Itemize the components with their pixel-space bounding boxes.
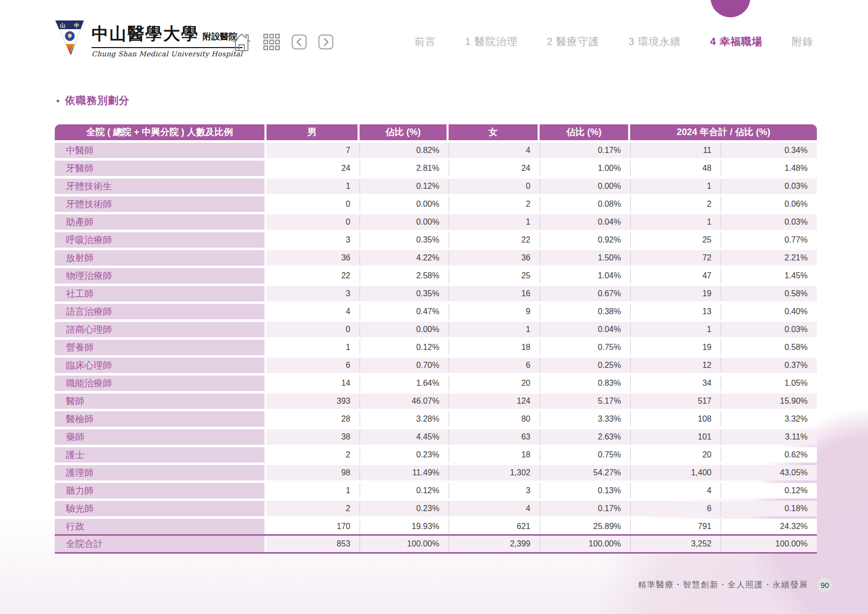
value-cell: 0.00%: [360, 196, 449, 212]
value-cell: 20: [449, 376, 540, 391]
row-values: 10.12%00.00%10.03%: [266, 179, 817, 194]
value-cell: 3.28%: [360, 411, 449, 427]
row-values: 60.70%60.25%120.37%: [266, 358, 817, 373]
value-cell: 11: [630, 143, 721, 158]
value-cell: 0.12%: [721, 483, 817, 498]
section-title-text: 依職務別劃分: [65, 94, 129, 107]
logo-name-zh: 中山醫學大學: [92, 24, 199, 43]
emblem-band: 山中: [57, 22, 82, 29]
value-cell: 2.21%: [721, 250, 817, 266]
nav-item-3[interactable]: 2 醫療守護: [547, 35, 599, 49]
table-body: 中醫師70.82%40.17%110.34%牙醫師242.81%241.00%4…: [55, 143, 817, 534]
value-cell: 791: [630, 519, 721, 534]
row-label: 醫檢師: [55, 411, 264, 427]
row-values: 10.12%30.13%40.12%: [266, 483, 817, 498]
value-cell: 621: [449, 519, 540, 534]
table-row: 醫檢師283.28%803.33%1083.32%: [55, 411, 817, 427]
value-cell: 170: [266, 519, 360, 534]
value-cell: 0.58%: [721, 340, 817, 355]
column-header: 全院 ( 總院 + 中興分院 ) 人數及比例: [55, 124, 264, 140]
value-cell: 124: [449, 393, 540, 409]
value-cell: 0.12%: [360, 340, 449, 355]
value-cell: 0.38%: [540, 304, 630, 319]
thumbnails-button[interactable]: [263, 33, 280, 51]
value-cell: 0.35%: [360, 232, 449, 248]
row-values: 30.35%160.67%190.58%: [266, 286, 817, 301]
next-page-button[interactable]: [318, 34, 333, 50]
value-cell: 1: [266, 179, 360, 194]
value-cell: 0.03%: [721, 179, 817, 194]
value-cell: 54.27%: [540, 465, 630, 480]
value-cell: 1.64%: [360, 376, 449, 391]
table-row: 聽力師10.12%30.13%40.12%: [55, 483, 817, 498]
row-values: 00.00%10.04%10.03%: [266, 214, 817, 230]
hospital-logo[interactable]: 山中 中山醫學大學附設醫院 Chung Shan Medical Univers…: [55, 20, 242, 58]
value-cell: 24: [449, 161, 540, 176]
previous-page-button[interactable]: [292, 34, 307, 50]
nav-item-2[interactable]: 1 醫院治理: [465, 35, 518, 49]
value-cell: 47: [630, 268, 721, 283]
table-row: 呼吸治療師30.35%220.92%250.77%: [55, 232, 817, 248]
value-cell: 22: [449, 232, 540, 248]
table-row: 中醫師70.82%40.17%110.34%: [55, 143, 817, 158]
column-header: 男: [266, 124, 358, 140]
table-total-row: 全院合計 853 100.00% 2,399 100.00% 3,252 100…: [55, 534, 817, 554]
table-row: 牙體技術師00.00%20.08%20.06%: [55, 196, 817, 212]
value-cell: 24: [266, 161, 360, 176]
value-cell: 0.34%: [721, 143, 817, 158]
value-cell: 3: [266, 232, 360, 248]
value-cell: 0.23%: [360, 501, 449, 516]
value-cell: 0.00%: [360, 214, 449, 230]
row-values: 141.64%200.83%341.05%: [266, 376, 817, 391]
total-row-label: 全院合計: [55, 536, 264, 552]
value-cell: 34: [630, 376, 721, 391]
table-row: 諮商心理師00.00%10.04%10.03%: [55, 322, 817, 337]
value-cell: 1: [266, 340, 360, 355]
section-title: • 依職務別劃分: [56, 94, 129, 107]
value-cell: 4: [449, 501, 540, 516]
row-label: 放射師: [55, 250, 264, 266]
value-cell: 0.58%: [721, 286, 817, 301]
value-cell: 0.83%: [540, 376, 630, 391]
value-cell: 6: [630, 501, 721, 516]
value-cell: 2: [266, 447, 360, 463]
value-cell: 0.12%: [360, 483, 449, 498]
value-cell: 4: [630, 483, 721, 498]
home-icon: [232, 31, 252, 53]
report-page: 山中 中山醫學大學附設醫院 Chung Shan Medical Univers…: [0, 0, 868, 614]
value-cell: 28: [266, 411, 360, 427]
value-cell: 853: [266, 536, 360, 552]
row-values: 70.82%40.17%110.34%: [266, 143, 817, 158]
table-row: 臨床心理師60.70%60.25%120.37%: [55, 358, 817, 373]
value-cell: 63: [449, 429, 540, 445]
value-cell: 18: [449, 447, 540, 463]
value-cell: 2: [630, 196, 721, 212]
value-cell: 2.58%: [360, 268, 449, 283]
nav-item-1[interactable]: 前言: [414, 35, 436, 49]
nav-item-5[interactable]: 4 幸福職場: [710, 35, 763, 49]
value-cell: 2,399: [449, 536, 540, 552]
value-cell: 0: [266, 322, 360, 337]
value-cell: 1.05%: [721, 376, 817, 391]
row-label: 牙體技術師: [55, 196, 264, 212]
nav-item-4[interactable]: 3 環境永續: [629, 35, 681, 49]
chevron-left-icon: [292, 34, 307, 50]
value-cell: 1.50%: [540, 250, 630, 266]
page-footer: 精準醫療・智慧創新・全人照護・永續發展 90: [638, 578, 833, 593]
value-cell: 0.04%: [540, 322, 630, 337]
value-cell: 0.17%: [540, 501, 630, 516]
nav-item-6[interactable]: 附錄: [792, 35, 813, 49]
table-row: 營養師10.12%180.75%190.58%: [55, 340, 817, 355]
value-cell: 0.00%: [540, 179, 630, 194]
table-row: 醫師39346.07%1245.17%51715.90%: [55, 393, 817, 409]
row-label: 護士: [55, 447, 264, 463]
row-values: 9811.49%1,30254.27%1,40043.05%: [266, 465, 817, 480]
row-values: 30.35%220.92%250.77%: [266, 232, 817, 248]
value-cell: 15.90%: [721, 393, 817, 409]
value-cell: 18: [449, 340, 540, 355]
home-button[interactable]: [232, 31, 252, 53]
row-label: 呼吸治療師: [55, 232, 264, 248]
emblem-seal: [65, 31, 75, 41]
row-label: 諮商心理師: [55, 322, 264, 337]
table-row: 行政17019.93%62125.89%79124.32%: [55, 519, 817, 534]
